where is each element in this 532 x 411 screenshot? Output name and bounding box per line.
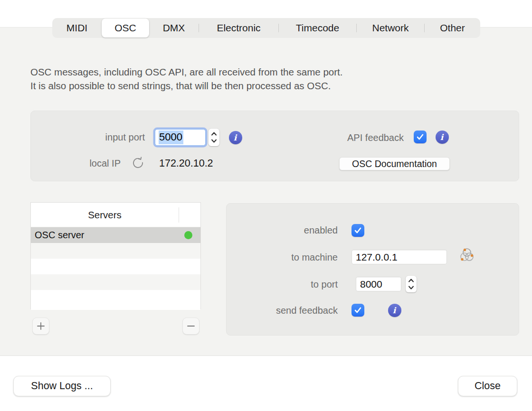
server-row-osc-server[interactable]: OSC server bbox=[31, 227, 200, 243]
stepper-up-icon bbox=[408, 279, 414, 282]
api-feedback-label: API feedback bbox=[221, 132, 404, 143]
column-separator bbox=[179, 207, 179, 223]
add-server-button[interactable] bbox=[32, 318, 49, 335]
show-logs-button[interactable]: Show Logs ... bbox=[13, 376, 111, 396]
servers-column-header[interactable]: Servers bbox=[31, 203, 179, 227]
osc-documentation-button[interactable]: OSC Documentation bbox=[339, 157, 450, 170]
api-feedback-info-icon[interactable]: i bbox=[436, 131, 449, 144]
servers-table: Servers OSC server bbox=[30, 202, 201, 309]
server-status-dot bbox=[184, 231, 192, 239]
osc-input-panel: input port 5000 i local IP 172.20.10.2 A… bbox=[30, 111, 519, 181]
send-feedback-info-icon[interactable]: i bbox=[388, 304, 401, 317]
checkmark-icon bbox=[353, 226, 362, 235]
api-feedback-checkbox[interactable] bbox=[414, 131, 427, 143]
close-button[interactable]: Close bbox=[458, 376, 517, 396]
enabled-label: enabled bbox=[227, 224, 338, 237]
to-machine-input[interactable] bbox=[352, 250, 447, 264]
checkmark-icon bbox=[416, 132, 425, 141]
input-port-field[interactable]: 5000 bbox=[155, 129, 206, 146]
tab-dmx[interactable]: DMX bbox=[149, 18, 199, 38]
osc-description: OSC messages, including OSC API, are all… bbox=[30, 65, 342, 93]
server-settings-panel: enabled to machine to port send feedback… bbox=[226, 203, 519, 336]
empty-server-row[interactable] bbox=[31, 259, 200, 274]
empty-server-row[interactable] bbox=[31, 243, 200, 259]
stepper-down-icon bbox=[408, 286, 414, 290]
tab-network[interactable]: Network bbox=[357, 18, 424, 38]
stepper-up-icon bbox=[211, 132, 217, 136]
send-feedback-label: send feedback bbox=[227, 304, 338, 317]
servers-table-header: Servers bbox=[31, 203, 200, 227]
remove-server-button[interactable] bbox=[182, 318, 200, 335]
osc-description-line2: It is also possible to send strings, tha… bbox=[30, 79, 342, 93]
tab-other[interactable]: Other bbox=[425, 18, 480, 38]
checkmark-icon bbox=[353, 306, 362, 315]
to-port-label: to port bbox=[227, 278, 338, 291]
to-port-stepper[interactable] bbox=[406, 276, 417, 292]
footer-bar: Show Logs ... Close bbox=[0, 356, 532, 411]
empty-server-row[interactable] bbox=[31, 290, 200, 306]
osc-description-line1: OSC messages, including OSC API, are all… bbox=[30, 65, 342, 79]
enabled-checkbox[interactable] bbox=[352, 224, 364, 237]
tab-midi[interactable]: MIDI bbox=[52, 18, 102, 38]
to-machine-label: to machine bbox=[227, 251, 338, 264]
stepper-down-icon bbox=[211, 139, 217, 143]
input-port-stepper[interactable] bbox=[209, 129, 219, 146]
plus-icon bbox=[36, 321, 46, 331]
minus-icon bbox=[186, 321, 196, 331]
tab-bar: MIDI OSC DMX Electronic Timecode Network… bbox=[52, 18, 480, 38]
empty-server-row[interactable] bbox=[31, 274, 200, 290]
refresh-ip-icon[interactable] bbox=[131, 156, 145, 170]
info-glyph: i bbox=[440, 133, 443, 141]
tab-electronic[interactable]: Electronic bbox=[199, 18, 278, 38]
bonjour-browse-icon[interactable] bbox=[458, 246, 476, 264]
tab-osc[interactable]: OSC bbox=[102, 19, 149, 37]
preferences-window: MIDI OSC DMX Electronic Timecode Network… bbox=[0, 0, 532, 411]
table-filler bbox=[31, 306, 200, 310]
to-port-input[interactable] bbox=[356, 277, 401, 291]
input-port-value: 5000 bbox=[159, 131, 183, 144]
local-ip-label: local IP bbox=[31, 158, 121, 169]
info-glyph: i bbox=[393, 307, 396, 315]
input-port-label: input port bbox=[31, 132, 145, 143]
tab-timecode[interactable]: Timecode bbox=[279, 18, 356, 38]
server-name: OSC server bbox=[35, 230, 84, 241]
send-feedback-checkbox[interactable] bbox=[352, 304, 364, 317]
local-ip-value: 172.20.10.2 bbox=[159, 158, 213, 169]
